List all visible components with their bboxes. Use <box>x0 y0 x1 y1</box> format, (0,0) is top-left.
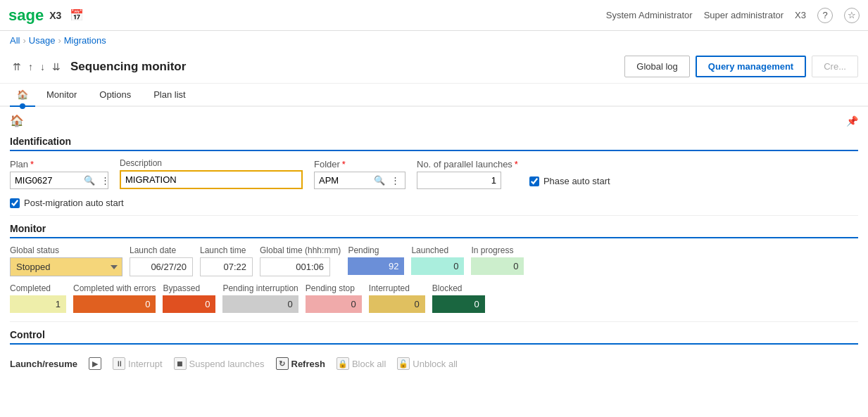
launch-date-label: Launch date <box>130 245 193 255</box>
interrupt-button[interactable]: ⏸ Interrupt <box>113 357 162 370</box>
plan-label: Plan * <box>10 159 108 169</box>
folder-group: Folder * 🔍 ⋮ <box>314 159 405 189</box>
launch-time-input[interactable] <box>200 257 253 276</box>
plan-search-icon[interactable]: 🔍 <box>81 172 98 188</box>
completed-errors-col: Completed with errors 0 <box>73 283 156 313</box>
create-button[interactable]: Cre... <box>812 56 858 77</box>
completed-value: 1 <box>10 295 66 313</box>
description-label: Description <box>120 158 303 168</box>
unblock-all-button[interactable]: 🔓 Unblock all <box>397 357 458 370</box>
launch-time-col: Launch time <box>200 245 253 276</box>
folder-required: * <box>342 159 346 169</box>
launch-date-col: Launch date <box>130 245 193 276</box>
suspend-launches-button[interactable]: ⏹ Suspend launches <box>174 357 265 370</box>
nav-up[interactable]: ↑ <box>25 60 36 74</box>
tab-options[interactable]: Options <box>88 84 142 105</box>
description-input-wrapper[interactable]: MIGRATION <box>120 170 303 189</box>
product-label: X3 <box>49 10 61 21</box>
unblock-all-label: Unblock all <box>413 359 458 369</box>
interrupt-label: Interrupt <box>128 359 162 369</box>
plan-input[interactable]: MIG0627 <box>11 172 81 188</box>
help-icon[interactable]: ? <box>817 8 833 23</box>
suspend-icon[interactable]: ⏹ <box>174 357 187 370</box>
bypassed-col: Bypassed 0 <box>163 283 215 313</box>
unblock-all-icon[interactable]: 🔓 <box>397 357 410 370</box>
topbar: sage X3 📅 System Administrator Super adm… <box>0 0 868 31</box>
plan-required: * <box>30 159 34 169</box>
tab-plan-list[interactable]: Plan list <box>142 84 197 105</box>
nav-arrows: ⇈ ↑ ↓ ⇊ <box>10 60 63 74</box>
control-row: Launch/resume ▶ ⏸ Interrupt ⏹ Suspend la… <box>10 352 858 376</box>
interrupted-label: Interrupted <box>369 283 425 293</box>
global-log-button[interactable]: Global log <box>624 56 690 77</box>
identification-form-row1: Plan * MIG0627 🔍 ⋮ Description MIGRATION… <box>10 158 858 189</box>
blocked-value: 0 <box>432 295 485 313</box>
launch-resume-icon[interactable]: ▶ <box>89 357 101 370</box>
completed-errors-label: Completed with errors <box>73 283 156 293</box>
main-content: 🏠 📌 Identification Plan * MIG0627 🔍 ⋮ De… <box>0 107 868 383</box>
section-home-icon[interactable]: 🏠 <box>10 114 24 127</box>
interrupted-col: Interrupted 0 <box>369 283 425 313</box>
nav-first[interactable]: ⇈ <box>10 60 24 74</box>
parallel-input[interactable] <box>417 172 501 189</box>
global-time-input[interactable] <box>260 257 330 276</box>
global-time-col: Global time (hhh:mm) <box>260 245 341 276</box>
refresh-button[interactable]: ↻ Refresh <box>276 357 325 370</box>
system-admin-label: System Administrator <box>606 10 693 20</box>
post-migration-checkbox[interactable] <box>10 198 20 208</box>
in-progress-value: 0 <box>471 257 524 275</box>
folder-search-icon[interactable]: 🔍 <box>371 172 388 188</box>
plan-input-wrapper[interactable]: MIG0627 🔍 ⋮ <box>10 172 108 189</box>
parallel-required: * <box>515 159 518 169</box>
breadcrumb-all[interactable]: All <box>10 35 20 46</box>
star-icon[interactable]: ☆ <box>844 8 860 23</box>
breadcrumb-migrations[interactable]: Migrations <box>64 35 106 46</box>
nav-down[interactable]: ↓ <box>37 60 48 74</box>
completed-label: Completed <box>10 283 66 293</box>
interrupt-icon[interactable]: ⏸ <box>113 357 125 370</box>
folder-input-wrapper[interactable]: 🔍 ⋮ <box>314 172 405 189</box>
pending-interruption-col: Pending interruption 0 <box>222 283 298 313</box>
refresh-icon[interactable]: ↻ <box>276 357 289 370</box>
version-label: X3 <box>795 10 806 20</box>
launched-value: 0 <box>411 257 464 275</box>
nav-last[interactable]: ⇊ <box>49 60 63 74</box>
phase-auto-start-row: Phase auto start <box>529 176 610 189</box>
bypassed-label: Bypassed <box>163 283 215 293</box>
block-all-button[interactable]: 🔒 Block all <box>336 357 386 370</box>
page-title: Sequencing monitor <box>70 60 624 74</box>
phase-auto-start-checkbox[interactable] <box>529 177 539 186</box>
post-migration-row: Post-migration auto start <box>10 198 858 208</box>
folder-menu-icon[interactable]: ⋮ <box>388 172 403 188</box>
global-status-label: Global status <box>10 245 122 255</box>
description-input[interactable]: MIGRATION <box>121 172 301 188</box>
tab-monitor[interactable]: Monitor <box>35 84 88 105</box>
launch-date-input[interactable] <box>130 257 193 276</box>
block-all-label: Block all <box>352 359 386 369</box>
calendar-icon[interactable]: 📅 <box>70 8 84 22</box>
control-title: Control <box>10 325 858 345</box>
completed-col: Completed 1 <box>10 283 66 313</box>
folder-input[interactable] <box>315 172 371 188</box>
tab-home[interactable]: 🏠 <box>10 84 35 105</box>
monitor-title: Monitor <box>10 219 858 238</box>
super-admin-label: Super administrator <box>704 10 784 20</box>
query-management-button[interactable]: Query management <box>696 56 806 77</box>
pin-icon[interactable]: 📌 <box>846 115 858 127</box>
phase-auto-start-label: Phase auto start <box>543 176 610 186</box>
pending-interruption-label: Pending interruption <box>222 283 298 293</box>
launched-col: Launched 0 <box>411 245 464 275</box>
plan-menu-icon[interactable]: ⋮ <box>98 172 113 188</box>
blocked-col: Blocked 0 <box>432 283 485 313</box>
parallel-group: No. of parallel launches * <box>417 159 518 189</box>
global-status-select[interactable]: Stopped <box>10 257 122 276</box>
breadcrumb-usage[interactable]: Usage <box>29 35 56 46</box>
pending-stop-label: Pending stop <box>306 283 362 293</box>
block-all-icon[interactable]: 🔒 <box>336 357 349 370</box>
breadcrumb-sep2: › <box>58 35 61 46</box>
sage-logo: sage <box>8 6 44 25</box>
pending-value: 92 <box>348 257 404 275</box>
interrupted-value: 0 <box>369 295 425 313</box>
logo-area: sage X3 📅 <box>8 6 84 25</box>
pending-stop-value: 0 <box>306 295 362 313</box>
